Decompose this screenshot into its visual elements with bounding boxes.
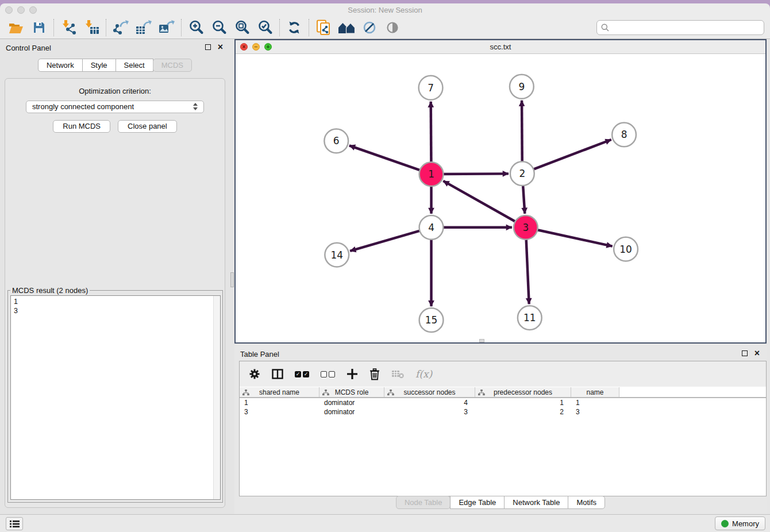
column-header-mcds-role[interactable]: MCDS role — [319, 387, 384, 397]
task-history-button[interactable] — [6, 517, 23, 530]
table-cell: 4 — [384, 398, 475, 407]
app-title: Session: New Session — [0, 3, 770, 17]
minimize-window-icon[interactable] — [17, 6, 25, 14]
criterion-select[interactable]: strongly connected component — [26, 101, 204, 113]
close-panel-icon[interactable]: × — [218, 44, 223, 50]
tree-column-icon — [387, 390, 394, 396]
network-maximize-icon[interactable]: + — [264, 43, 272, 51]
select-all-icon[interactable]: ✓✓ — [295, 371, 309, 377]
edge-3-11[interactable] — [526, 238, 529, 304]
tab-edge-table[interactable]: Edge Table — [450, 496, 505, 509]
split-columns-icon[interactable] — [272, 369, 283, 379]
mcds-result-area[interactable]: 1 3 — [10, 295, 221, 500]
search-box[interactable] — [596, 20, 764, 35]
edge-2-9[interactable] — [522, 101, 522, 163]
edge-1-2[interactable] — [442, 174, 508, 174]
table-settings-icon[interactable] — [249, 368, 260, 380]
add-column-icon[interactable] — [346, 368, 358, 380]
network-close-icon[interactable]: × — [240, 43, 248, 51]
edge-3-1[interactable] — [443, 181, 516, 222]
splitter-grip-icon[interactable] — [230, 272, 234, 287]
table-cell: 3 — [240, 407, 319, 417]
edge-1-7[interactable] — [431, 102, 432, 164]
toolbar-separator — [181, 19, 182, 36]
tab-network[interactable]: Network — [38, 59, 83, 72]
table-body: 1dominator4113dominator323 — [240, 398, 766, 417]
network-title: scc.txt — [236, 40, 765, 54]
network-from-selection-icon[interactable] — [312, 18, 335, 37]
column-header-predecessor-nodes[interactable]: predecessor nodes — [475, 387, 571, 397]
result-scrollbar[interactable] — [213, 296, 220, 499]
titlebar: Session: New Session — [0, 3, 770, 16]
mcds-result-group: MCDS result (2 nodes) 1 3 — [7, 286, 223, 503]
export-image-icon[interactable] — [155, 18, 178, 37]
node-label-10: 10 — [619, 244, 632, 255]
zoom-out-icon[interactable] — [207, 18, 230, 37]
tree-column-icon — [322, 390, 329, 396]
deselect-all-icon[interactable] — [321, 371, 335, 377]
node-label-14: 14 — [330, 249, 343, 261]
export-network-icon[interactable] — [109, 18, 132, 37]
vertical-splitter[interactable] — [230, 39, 234, 514]
search-input[interactable] — [612, 24, 764, 32]
column-header-name[interactable]: name — [571, 387, 619, 397]
canvas-hscroll-thumb[interactable] — [479, 339, 484, 342]
node-label-15: 15 — [425, 314, 438, 326]
table-header[interactable]: shared nameMCDS rolesuccessor nodesprede… — [240, 387, 766, 398]
maximize-window-icon[interactable] — [29, 6, 37, 14]
save-session-icon[interactable] — [28, 18, 51, 37]
zoom-in-icon[interactable] — [184, 18, 207, 37]
node-label-8: 8 — [621, 129, 627, 140]
close-table-panel-icon[interactable]: × — [754, 350, 760, 356]
node-label-9: 9 — [518, 81, 525, 92]
import-table-icon[interactable] — [80, 18, 103, 37]
table-row[interactable]: 3dominator323 — [240, 407, 766, 417]
control-panel-tabs: NetworkStyleSelectMCDS — [0, 59, 230, 72]
network-window-titlebar[interactable]: × − + scc.txt — [236, 40, 765, 54]
tab-style[interactable]: Style — [82, 59, 116, 72]
tab-network-table[interactable]: Network Table — [504, 496, 568, 509]
control-panel: Control Panel × NetworkStyleSelectMCDS O… — [0, 39, 230, 514]
tab-select[interactable]: Select — [116, 59, 153, 72]
table-panel: Table Panel × ✓✓ — [234, 345, 767, 514]
open-file-icon[interactable] — [5, 18, 28, 37]
column-header-shared-name[interactable]: shared name — [240, 387, 319, 397]
float-table-panel-icon[interactable] — [742, 350, 748, 356]
select-stepper-icon — [193, 103, 199, 110]
close-window-icon[interactable] — [5, 6, 13, 14]
edge-2-3[interactable] — [523, 184, 525, 214]
tab-node-table[interactable]: Node Table — [396, 496, 451, 509]
column-header-successor-nodes[interactable]: successor nodes — [384, 387, 475, 397]
edge-3-10[interactable] — [536, 230, 612, 246]
memory-label: Memory — [732, 519, 759, 528]
zoom-selected-icon[interactable] — [253, 18, 276, 37]
search-icon — [601, 24, 609, 32]
apply-layout-icon[interactable] — [283, 18, 306, 37]
memory-button[interactable]: Memory — [715, 516, 765, 530]
toolbar-separator — [279, 19, 280, 36]
edge-4-14[interactable] — [350, 230, 421, 251]
tab-motifs[interactable]: Motifs — [568, 496, 605, 509]
node-label-7: 7 — [428, 82, 434, 94]
table-cell: dominator — [319, 407, 384, 417]
run-mcds-button[interactable]: Run MCDS — [53, 120, 110, 133]
delete-column-icon[interactable] — [369, 368, 380, 380]
export-table-icon[interactable] — [132, 18, 155, 37]
eye-icon[interactable] — [381, 18, 404, 37]
delete-table-icon — [391, 369, 404, 379]
zoom-fit-icon[interactable] — [230, 18, 253, 37]
network-canvas[interactable]: 7968124314101511 — [236, 55, 765, 342]
edge-1-6[interactable] — [349, 145, 421, 171]
edge-2-8[interactable] — [532, 140, 611, 169]
import-network-icon[interactable] — [57, 18, 80, 37]
tab-mcds[interactable]: MCDS — [153, 59, 192, 72]
table-row[interactable]: 1dominator411 — [240, 398, 766, 407]
first-neighbors-icon[interactable] — [358, 18, 381, 37]
network-minimize-icon[interactable]: − — [252, 43, 260, 51]
home-icon[interactable] — [335, 18, 358, 37]
node-table: shared nameMCDS rolesuccessor nodesprede… — [240, 387, 766, 496]
traffic-lights[interactable] — [5, 6, 37, 14]
node-label-2: 2 — [519, 168, 525, 179]
float-panel-icon[interactable] — [205, 44, 211, 50]
close-panel-button[interactable]: Close panel — [118, 120, 177, 133]
